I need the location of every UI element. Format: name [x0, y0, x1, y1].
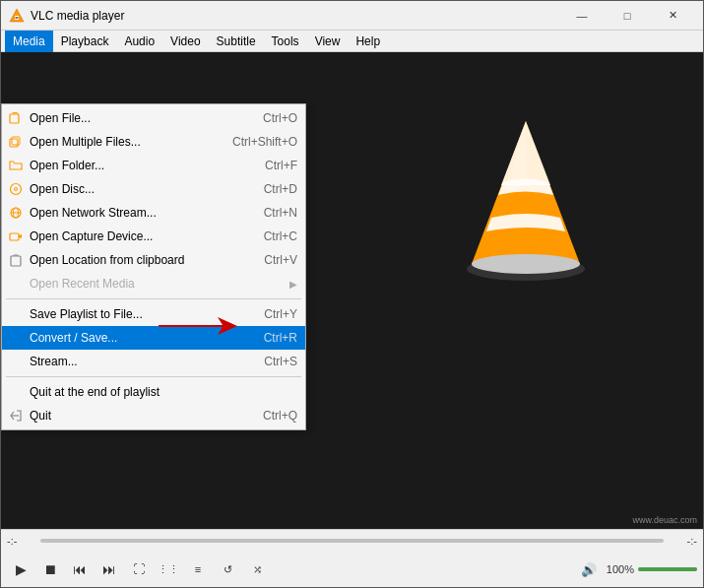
title-bar: VLC media player — □ ✕	[1, 1, 703, 31]
shuffle-button[interactable]: ⤮	[243, 555, 271, 583]
menu-audio[interactable]: Audio	[116, 31, 162, 52]
svg-marker-8	[506, 121, 526, 190]
next-button[interactable]: ⏭	[96, 555, 123, 583]
open-disc-label: Open Disc...	[30, 182, 224, 196]
convert-save-shortcut: Ctrl+R	[264, 331, 297, 345]
open-folder-icon	[8, 158, 24, 173]
svg-rect-10	[10, 114, 19, 123]
window-controls: — □ ✕	[559, 1, 695, 31]
svg-rect-11	[10, 139, 18, 147]
playlist-button[interactable]: ≡	[184, 555, 212, 583]
menu-save-playlist[interactable]: Save Playlist to File... Ctrl+Y	[2, 302, 305, 326]
open-network-shortcut: Ctrl+N	[264, 206, 297, 220]
bottom-bar: -:- -:- ▶ ⏹ ⏮ ⏭ ⛶ ⋮⋮ ≡ ↺ ⤮ 🔊 100%	[1, 529, 703, 587]
svg-rect-20	[11, 256, 21, 266]
menu-open-recent[interactable]: Open Recent Media ▶	[2, 272, 305, 295]
window-title: VLC media player	[31, 9, 559, 23]
stop-button[interactable]: ⏹	[36, 555, 64, 583]
open-multiple-shortcut: Ctrl+Shift+O	[232, 135, 297, 149]
time-elapsed: -:-	[7, 535, 36, 547]
vlc-icon	[9, 8, 25, 24]
menu-playback[interactable]: Playback	[53, 31, 117, 52]
prev-button[interactable]: ⏮	[66, 555, 94, 583]
menu-open-multiple[interactable]: Open Multiple Files... Ctrl+Shift+O	[2, 130, 305, 154]
maximize-button[interactable]: □	[605, 1, 650, 31]
dropdown-menu-content: Open File... Ctrl+O Open Multiple Files.…	[1, 103, 306, 430]
separator-1	[6, 298, 301, 299]
menu-open-folder[interactable]: Open Folder... Ctrl+F	[2, 154, 305, 177]
quit-icon	[8, 408, 24, 424]
menu-quit[interactable]: Quit Ctrl+Q	[2, 404, 305, 427]
menu-convert-save[interactable]: Convert / Save... Ctrl+R	[2, 326, 305, 350]
time-remaining: -:-	[668, 535, 697, 547]
menu-quit-end[interactable]: Quit at the end of playlist	[2, 380, 305, 404]
seek-bar[interactable]	[40, 539, 664, 543]
menu-view[interactable]: View	[307, 31, 349, 52]
open-capture-icon	[8, 229, 24, 244]
main-content: Open File... Ctrl+O Open Multiple Files.…	[1, 52, 703, 529]
minimize-button[interactable]: —	[559, 1, 605, 31]
open-clipboard-icon	[8, 252, 24, 268]
open-file-shortcut: Ctrl+O	[263, 111, 297, 125]
open-network-icon	[8, 205, 24, 221]
volume-slider[interactable]	[638, 567, 697, 571]
controls-bar: ▶ ⏹ ⏮ ⏭ ⛶ ⋮⋮ ≡ ↺ ⤮ 🔊 100%	[1, 552, 703, 587]
stream-shortcut: Ctrl+S	[264, 355, 297, 368]
menu-open-disc[interactable]: Open Disc... Ctrl+D	[2, 177, 305, 201]
volume-icon[interactable]: 🔊	[575, 555, 603, 583]
extended-settings-button[interactable]: ⋮⋮	[155, 555, 182, 583]
open-file-icon	[8, 110, 24, 126]
play-button[interactable]: ▶	[7, 555, 34, 583]
svg-point-14	[15, 188, 18, 191]
fullscreen-button[interactable]: ⛶	[125, 555, 153, 583]
menu-video[interactable]: Video	[162, 31, 208, 52]
seek-bar-row: -:- -:-	[1, 530, 703, 552]
menu-open-network[interactable]: Open Network Stream... Ctrl+N	[2, 201, 305, 225]
volume-percent: 100%	[607, 563, 634, 575]
menu-help[interactable]: Help	[348, 31, 388, 52]
menu-subtitle[interactable]: Subtitle	[209, 31, 264, 52]
open-file-label: Open File...	[30, 111, 224, 125]
svg-marker-22	[159, 317, 237, 335]
menu-open-capture[interactable]: Open Capture Device... Ctrl+C	[2, 225, 305, 248]
menu-open-clipboard[interactable]: Open Location from clipboard Ctrl+V	[2, 248, 305, 272]
open-disc-icon	[8, 181, 24, 197]
submenu-arrow: ▶	[289, 279, 297, 290]
open-multiple-icon	[8, 134, 24, 150]
save-playlist-shortcut: Ctrl+Y	[264, 307, 297, 321]
svg-rect-12	[12, 137, 20, 145]
open-disc-shortcut: Ctrl+D	[264, 182, 297, 196]
svg-rect-1	[15, 16, 19, 20]
open-capture-shortcut: Ctrl+C	[264, 229, 297, 243]
menu-media[interactable]: Media	[5, 31, 53, 52]
close-button[interactable]: ✕	[650, 1, 695, 31]
open-capture-label: Open Capture Device...	[30, 229, 224, 243]
separator-2	[6, 376, 301, 377]
open-folder-shortcut: Ctrl+F	[265, 159, 297, 172]
volume-fill	[638, 567, 697, 571]
svg-point-9	[472, 254, 580, 274]
menu-bar: Media Playback Audio Video Subtitle Tool…	[1, 31, 703, 52]
red-arrow-indicator	[159, 315, 237, 340]
svg-point-13	[11, 184, 22, 195]
open-folder-label: Open Folder...	[30, 159, 225, 172]
svg-rect-2	[16, 17, 19, 18]
stream-label: Stream...	[30, 355, 224, 368]
vlc-cone	[427, 101, 624, 298]
media-dropdown: Open File... Ctrl+O Open Multiple Files.…	[1, 103, 306, 430]
open-recent-label: Open Recent Media	[30, 277, 286, 291]
loop-button[interactable]: ↺	[214, 555, 241, 583]
open-clipboard-label: Open Location from clipboard	[30, 253, 224, 267]
menu-stream[interactable]: Stream... Ctrl+S	[2, 350, 305, 373]
volume-area: 🔊 100%	[575, 555, 697, 583]
svg-rect-18	[10, 233, 19, 240]
open-multiple-label: Open Multiple Files...	[30, 135, 193, 149]
vlc-window: VLC media player — □ ✕ Media Playback Au…	[0, 0, 704, 588]
quit-end-label: Quit at the end of playlist	[30, 385, 297, 399]
svg-rect-3	[16, 18, 19, 19]
menu-open-file[interactable]: Open File... Ctrl+O	[2, 106, 305, 130]
open-network-label: Open Network Stream...	[30, 206, 224, 220]
watermark: www.deuac.com	[632, 515, 697, 525]
menu-tools[interactable]: Tools	[264, 31, 307, 52]
open-clipboard-shortcut: Ctrl+V	[264, 253, 297, 267]
